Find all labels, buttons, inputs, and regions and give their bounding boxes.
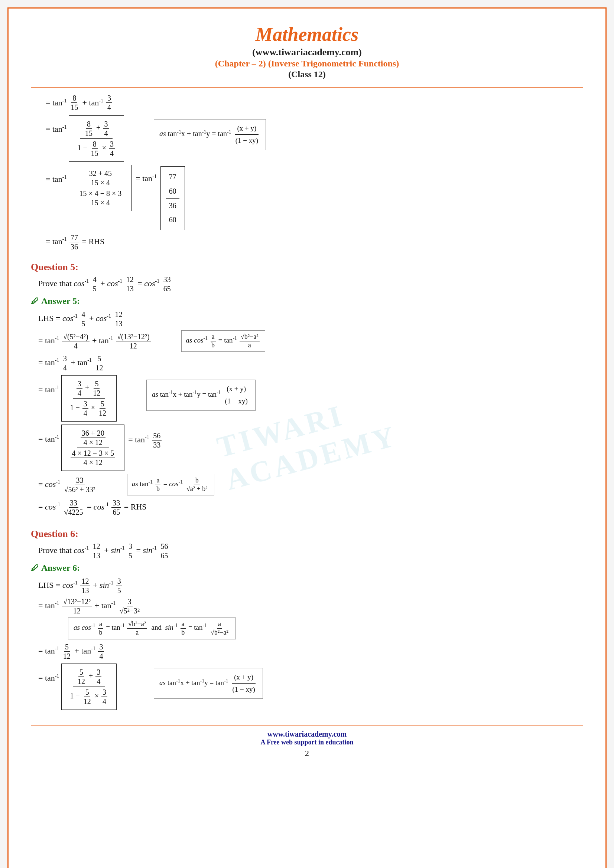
header-url: (www.tiwariacademy.com) [31,47,583,58]
answer5-content: LHS = cos-1 45 + cos-1 1213 = tan-1 √(5²… [38,310,583,516]
a5-tan-sqrt: = tan-1 √(5²−4²)4 + tan-1 √(13²−12²)12 [38,332,152,350]
plus-sign: + tan-1 [82,96,103,110]
answer-icon-6: 🖊 [31,563,39,573]
page-number: 2 [31,749,583,758]
a6-lhs: LHS = cos-1 1213 + sin-1 35 [38,577,123,595]
a5-line-2: = tan-1 √(5²−4²)4 + tan-1 √(13²−12²)12 a… [38,330,583,352]
footer-tagline: A Free web support in education [31,738,583,746]
equals-simplified: = tan-1 [135,172,156,185]
equals-tan: = tan-1 [46,122,67,136]
answer5-heading: 🖊 Answer 5: [31,296,583,306]
footer-url: www.tiwariacademy.com [31,730,583,738]
a5-expand: = tan-1 [38,432,59,446]
page: TIWARIACADEMY Mathematics (www.tiwariaca… [8,8,606,868]
math-line-3: = tan-1 32 + 4515 × 4 15 × 4 − 8 × 315 ×… [46,165,583,230]
math-line-4: = tan-1 7736 = RHS [46,233,583,251]
a6-line-1: LHS = cos-1 1213 + sin-1 35 [38,577,583,595]
a6-simplified: = tan-1 512 + tan-1 34 [38,642,105,660]
note-as-6: as tan-1x + tan-1y = tan-1 (x + y) (1 − … [154,668,263,699]
a6-note-1: as cos-1 ab = tan-1 √b²−a²a and sin-1 ab… [68,617,583,639]
previous-solution: = tan-1 815 + tan-1 34 = tan-1 815 + 34 [31,93,583,251]
a6-note-box: as cos-1 ab = tan-1 √b²−a²a and sin-1 ab… [68,617,236,639]
equals-tan-2: = tan-1 [46,172,67,186]
expanded-frac: 32 + 4515 × 4 15 × 4 − 8 × 315 × 4 [69,165,132,211]
a6-line-2: = tan-1 √13²−12²12 + tan-1 3√5²−3² [38,597,583,615]
note-as-3: as tan-1 ab = cos-1 b√a² + b² [127,474,215,495]
a6-tan-sqrt: = tan-1 √13²−12²12 + tan-1 3√5²−3² [38,597,141,615]
answer5-label: Answer 5: [41,296,80,306]
a6-line-4: = tan-1 512 + 34 1 − 512 × 34 as tan-1x … [38,663,583,710]
a5-expand-frac: 36 + 204 × 12 4 × 12 − 3 × 54 × 12 [61,425,124,471]
header-class: (Class 12) [31,70,583,79]
note-as-2: as tan-1x + tan-1y = tan-1 (x + y) (1 − … [146,380,256,411]
a6-bracket-frac: 512 + 34 1 − 512 × 34 [61,663,117,710]
final-result: = tan-1 7736 = RHS [46,233,104,251]
a5-line-3: = tan-1 34 + tan-1 512 [38,354,583,372]
answer-icon-5: 🖊 [31,296,39,306]
a5-cos-result: = cos-1 33√56² + 33² [38,476,97,494]
a5-final: = cos-1 33√4225 = cos-1 3365 = RHS [38,498,147,516]
a5-line-1: LHS = cos-1 45 + cos-1 1213 [38,310,583,328]
page-title: Mathematics [31,23,583,45]
result-frac: 77 60 36 60 [160,166,185,230]
answer6-label: Answer 6: [41,563,80,573]
header-chapter: (Chapter – 2) (Inverse Trigonometric Fun… [31,59,583,69]
big-bracket-frac: 815 + 34 1 − 815 × 34 [69,115,124,162]
equals-sign: = tan-1 [46,96,67,110]
math-line-2: = tan-1 815 + 34 1 − 815 × 34 as tan-1x … [46,115,583,162]
frac-8-15: 815 [69,93,80,112]
page-footer: www.tiwariacademy.com A Free web support… [31,725,583,758]
a5-line-7: = cos-1 33√4225 = cos-1 3365 = RHS [38,498,583,516]
note-cos-a: as cos-1 ab = tan-1 √b²−a²a [181,330,265,352]
a6-line-3: = tan-1 512 + tan-1 34 [38,642,583,660]
a5-line-4: = tan-1 34 + 512 1 − 34 × 512 as tan-1x … [38,375,583,422]
question5-heading: Question 5: [31,262,583,273]
a5-tan-bracket: = tan-1 [38,383,59,396]
a5-line-5: = tan-1 36 + 204 × 12 4 × 12 − 3 × 54 × … [38,425,583,471]
a6-tan-bracket: = tan-1 [38,671,59,685]
a5-equals-56-33: = tan-1 5633 [128,431,162,450]
a5-bracket-frac: 34 + 512 1 − 34 × 512 [61,375,117,422]
top-divider [31,87,583,88]
answer6-heading: 🖊 Answer 6: [31,563,583,573]
page-header: Mathematics (www.tiwariacademy.com) (Cha… [31,23,583,79]
frac-3-4: 34 [106,93,112,112]
question6-heading: Question 6: [31,529,583,539]
question5-statement: Prove that cos-1 45 + cos-1 1213 = cos-1… [38,275,583,293]
a5-line-6: = cos-1 33√56² + 33² as tan-1 ab = cos-1… [38,474,583,495]
question6-statement: Prove that cos-1 1213 + sin-1 35 = sin-1… [38,542,583,560]
answer6-content: LHS = cos-1 1213 + sin-1 35 = tan-1 √13²… [38,577,583,710]
math-line-1: = tan-1 815 + tan-1 34 [46,93,583,112]
a5-simplified: = tan-1 34 + tan-1 512 [38,354,105,372]
lhs-start: LHS = cos-1 45 + cos-1 1213 [38,310,124,328]
note-as-1: as tan-1x + tan-1y = tan-1 (x + y) (1 − … [154,119,266,150]
